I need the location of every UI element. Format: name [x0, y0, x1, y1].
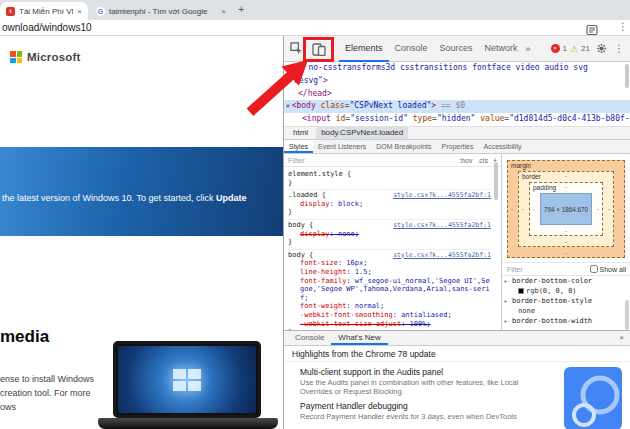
devtools-tab-network[interactable]: Network — [479, 36, 524, 62]
computed-filter-row: Filter Show all — [502, 262, 630, 276]
computed-filter-input[interactable]: Filter — [507, 266, 590, 273]
scrollbar-thumb[interactable] — [625, 64, 629, 88]
browser-toolbar: ownload/windows10 ⋮ — [0, 20, 630, 36]
scrollbar-thumb[interactable] — [625, 300, 629, 330]
styles-filter-input[interactable]: Filter — [288, 156, 459, 165]
windows-logo-icon — [173, 369, 201, 391]
devtools-tab-bar: ElementsConsoleSourcesNetwork — [339, 36, 524, 62]
computed-property[interactable]: ▸border-bottom-color — [502, 276, 630, 286]
close-tab-icon[interactable]: × — [77, 7, 82, 16]
dom-node[interactable]: ms no-csstransforms3d csstransitions fon… — [284, 62, 630, 75]
color-swatch-icon — [518, 288, 524, 294]
dom-node[interactable]: </head> — [284, 88, 630, 101]
whats-new-item[interactable]: Payment Handler debuggingRecord Payment … — [300, 401, 552, 421]
css-property[interactable]: -webkit-text-size-adjust: 100%; — [288, 320, 491, 329]
devtools-panel: ElementsConsoleSourcesNetwork » × 1 ⚠ 21… — [283, 36, 630, 429]
settings-gear-icon[interactable] — [593, 41, 609, 57]
css-property[interactable]: font-size: 16px; — [288, 259, 491, 268]
dom-node[interactable]: nesvg"> — [284, 75, 630, 88]
computed-property[interactable]: ▸border-bottom-width — [502, 316, 630, 326]
show-all-toggle: Show all — [590, 265, 626, 273]
stylesheet-link[interactable]: style.csx?k...4555fa2bf:1 — [393, 221, 491, 230]
devtools-status-badges: × 1 ⚠ 21 ⋮ — [551, 41, 630, 57]
css-property[interactable]: font-weight: normal; — [288, 302, 491, 311]
css-selector[interactable]: element.style { — [288, 170, 351, 178]
webpage: Microsoft the latest version of Windows … — [0, 36, 283, 429]
box-model-placeholder: - — [597, 206, 599, 212]
devtools-tab-elements[interactable]: Elements — [339, 36, 389, 62]
css-property[interactable]: line-height: 1.5; — [288, 268, 491, 277]
sidebar-tab-event-listeners[interactable]: Event Listeners — [313, 140, 371, 153]
box-model-placeholder: - — [565, 239, 567, 245]
browser-window: t Tải Miễn Phí VN - P × G taimienphi - T… — [0, 0, 630, 429]
collapsed-arrow-icon[interactable]: ▸ — [504, 316, 508, 326]
style-toggle[interactable]: :hov — [459, 157, 472, 164]
drawer-tab-what-s-new[interactable]: What's New — [331, 331, 387, 345]
dom-node[interactable]: ▼<body class="CSPvNext loaded"> == $0 — [284, 100, 630, 113]
css-property[interactable]: display: none; — [288, 230, 491, 239]
drawer-tab-console[interactable]: Console — [288, 331, 331, 345]
breadcrumb-item[interactable]: html — [288, 127, 313, 139]
dom-tree: ms no-csstransforms3d csstransitions fon… — [284, 62, 630, 126]
browser-tab-google-search[interactable]: G taimienphi - Tìm với Google × — [90, 2, 232, 20]
box-model-border[interactable]: border padding 794 × 1864.670 ---- ---- — [518, 171, 614, 247]
hero-banner: the latest version of Windows 10. To get… — [0, 147, 283, 236]
stylesheet-link[interactable]: style.csx?k...4555fa2bf:1 — [393, 191, 491, 200]
devtools-drawer: × ConsoleWhat's New Highlights from the … — [284, 330, 630, 429]
show-all-checkbox[interactable] — [590, 265, 598, 273]
tab-title: taimienphi - Tìm với Google — [109, 7, 217, 16]
css-rule: style.csx?k...4555fa2bf:1.loaded {displa… — [288, 190, 491, 220]
css-selector[interactable]: .loaded { — [288, 191, 326, 199]
stylesheet-link[interactable]: style.csx?k...4555fa2bf:1 — [393, 251, 491, 260]
page-heading: media — [0, 327, 49, 347]
box-model-margin[interactable]: margin border padding 794 × 1864.670 ---… — [507, 160, 625, 258]
css-property[interactable]: -webkit-font-smoothing: antialiased; — [288, 311, 491, 320]
devtools-menu-icon[interactable]: ⋮ — [614, 43, 624, 54]
sidebar-tab-dom-breakpoints[interactable]: DOM Breakpoints — [371, 140, 436, 153]
warning-icon[interactable]: ⚠ — [570, 44, 578, 54]
microsoft-logo-icon[interactable]: Microsoft — [10, 51, 81, 63]
collapsed-arrow-icon[interactable]: ▸ — [504, 296, 508, 306]
breadcrumb-item[interactable]: body.CSPvNext.loaded — [316, 127, 408, 139]
close-tab-icon[interactable]: × — [221, 7, 226, 16]
browser-menu-icon[interactable]: ⋮ — [618, 21, 628, 32]
devtools-toolbar: ElementsConsoleSourcesNetwork » × 1 ⚠ 21… — [284, 36, 630, 62]
box-model-content[interactable]: 794 × 1864.670 — [540, 193, 592, 225]
update-link[interactable]: Update — [216, 193, 247, 203]
devtools-tab-console[interactable]: Console — [389, 36, 434, 62]
sidebar-tab-accessibility[interactable]: Accessibility — [478, 140, 526, 153]
box-model-placeholder: - — [565, 184, 567, 190]
box-model-padding[interactable]: padding 794 × 1864.670 ---- — [529, 182, 603, 236]
collapsed-arrow-icon[interactable]: ▸ — [504, 276, 508, 286]
google-favicon: G — [96, 7, 105, 16]
computed-value: none — [502, 306, 630, 316]
error-icon[interactable]: × — [551, 44, 560, 53]
sidebar-tab-properties[interactable]: Properties — [437, 140, 479, 153]
more-tabs-icon[interactable]: » — [526, 36, 531, 62]
scrollbar-thumb[interactable] — [494, 162, 498, 200]
style-toggle[interactable]: .cls — [477, 157, 488, 164]
laptop-base — [98, 418, 278, 429]
browser-tab-taimienphi[interactable]: t Tải Miễn Phí VN - P × — [0, 2, 88, 20]
box-model-placeholder: - — [565, 173, 567, 179]
css-selector[interactable]: body { — [288, 251, 313, 259]
tab-title: Tải Miễn Phí VN - P — [19, 7, 73, 16]
css-rule: style.csx?k...4555fa2bf:1body {font-size… — [288, 250, 491, 330]
address-url[interactable]: ownload/windows10 — [2, 22, 92, 33]
dom-node[interactable]: <input id="session-id" type="hidden" val… — [284, 113, 630, 126]
close-drawer-icon[interactable]: × — [619, 333, 624, 342]
windows10-wallpaper — [118, 346, 256, 413]
devtools-tab-sources[interactable]: Sources — [434, 36, 479, 62]
expand-arrow-icon[interactable]: ▼ — [286, 102, 290, 109]
sidebar-tab-styles[interactable]: Styles — [284, 140, 313, 153]
box-model-placeholder: - — [565, 162, 567, 168]
css-selector[interactable]: body { — [288, 221, 313, 229]
inspect-element-icon[interactable] — [288, 41, 304, 57]
microsoft-wordmark: Microsoft — [27, 51, 81, 63]
annotation-highlight-box — [303, 37, 334, 62]
css-property[interactable]: font-family: wf_segoe-ui_normal,'Segoe U… — [288, 277, 491, 303]
new-tab-button[interactable]: + — [238, 3, 244, 15]
whats-new-item[interactable]: Multi-client support in the Audits panel… — [300, 367, 552, 396]
css-property[interactable]: display: block; — [288, 200, 491, 209]
computed-property[interactable]: ▸border-bottom-style — [502, 296, 630, 306]
